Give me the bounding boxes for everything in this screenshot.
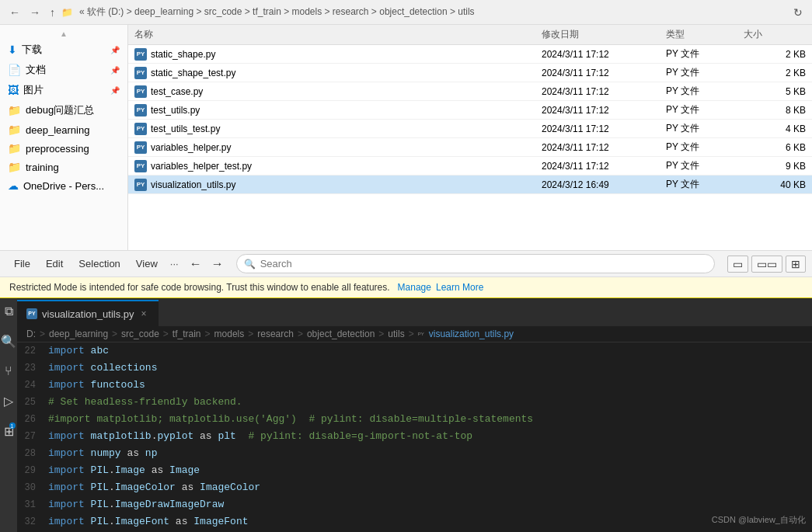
line-content: import collections	[48, 360, 157, 377]
file-type: PY 文件	[666, 159, 744, 172]
file-modified: 2024/3/11 17:12	[542, 161, 666, 172]
up-button[interactable]: ↑	[47, 5, 58, 20]
extensions-badge: 1	[9, 422, 16, 429]
code-line: 32import PIL.ImageFont as ImageFont	[17, 513, 812, 530]
file-name: visualization_utils.py	[151, 179, 235, 190]
sidebar-item-images[interactable]: 🖼 图片 📌	[0, 80, 127, 100]
search-input[interactable]	[236, 254, 715, 273]
file-row[interactable]: PY test_case.py 2024/3/11 17:12 PY 文件 5 …	[128, 82, 812, 101]
file-name-cell: PY static_shape_test.py	[134, 67, 542, 79]
main-layout: ⧉ 🔍 ⑂ ▷ ⊞ 1 PY visualization_utils.py × …	[0, 298, 812, 532]
file-name-cell: PY variables_helper_test.py	[134, 160, 542, 172]
file-modified: 2024/3/11 17:12	[542, 49, 666, 60]
file-size: 40 KB	[744, 179, 806, 190]
file-row[interactable]: PY visualization_utils.py 2024/3/12 16:4…	[128, 176, 812, 194]
debug-folder-icon: 📁	[8, 104, 21, 116]
menu-file[interactable]: File	[6, 255, 38, 273]
sidebar-item-download[interactable]: ⬇ 下载 📌	[0, 40, 127, 60]
code-editor[interactable]: 22import abc23import collections24import…	[17, 342, 812, 532]
source-control-activity-icon[interactable]: ⑂	[2, 361, 16, 381]
sidebar-item-debug[interactable]: 📁 debug问题汇总	[0, 100, 127, 120]
learn-more-link[interactable]: Learn More	[436, 282, 483, 293]
menu-edit[interactable]: Edit	[38, 255, 71, 273]
file-list-area: 名称 修改日期 类型 大小 PY static_shape.py 2024/3/…	[128, 25, 812, 250]
code-line: 23import collections	[17, 360, 812, 377]
file-row[interactable]: PY static_shape_test.py 2024/3/11 17:12 …	[128, 64, 812, 82]
file-name-cell: PY visualization_utils.py	[134, 179, 542, 191]
vscode-main: File Edit Selection View ··· ← → 🔍 ▭ ▭▭ …	[0, 251, 812, 532]
col-modified: 修改日期	[542, 28, 666, 41]
line-number: 28	[17, 445, 48, 462]
sidebar-item-training[interactable]: 📁 training	[0, 158, 127, 176]
bc-sep6: >	[298, 329, 303, 339]
file-type: PY 文件	[666, 178, 744, 191]
code-line: 29import PIL.Image as Image	[17, 462, 812, 479]
editor-back-button[interactable]: ←	[186, 256, 205, 273]
py-file-icon: PY	[134, 48, 147, 61]
bc-research: research	[257, 329, 294, 339]
tab-close-button[interactable]: ×	[139, 307, 149, 321]
menu-more[interactable]: ···	[166, 255, 183, 273]
sidebar-nav: ▲ ⬇ 下载 📌 📄 文档 📌 🖼 图片 📌 📁 debug问题汇总	[0, 25, 128, 250]
sidebar-item-preprocessing[interactable]: 📁 preprocessing	[0, 139, 127, 158]
editor-forward-button[interactable]: →	[208, 256, 227, 273]
download-icon: ⬇	[8, 43, 17, 56]
file-name: test_utils.py	[151, 105, 200, 116]
file-row[interactable]: PY test_utils.py 2024/3/11 17:12 PY 文件 8…	[128, 101, 812, 120]
py-file-icon: PY	[134, 141, 147, 154]
line-number: 29	[17, 462, 48, 479]
file-modified: 2024/3/11 17:12	[542, 105, 666, 116]
file-name: test_utils_test.py	[151, 123, 220, 134]
pin-icon: 📌	[110, 46, 120, 54]
breadcrumb-bar: D: > deep_learning > src_code > tf_train…	[17, 326, 812, 342]
code-line: 30import PIL.ImageColor as ImageColor	[17, 479, 812, 496]
search-icon: 🔍	[244, 259, 256, 269]
line-content: import abc	[48, 342, 109, 360]
forward-button[interactable]: →	[26, 5, 44, 20]
code-line: 26#import matplotlib; matplotlib.use('Ag…	[17, 411, 812, 428]
line-number: 26	[17, 411, 48, 428]
layout-grid-icon[interactable]: ⊞	[786, 256, 806, 273]
file-row[interactable]: PY variables_helper.py 2024/3/11 17:12 P…	[128, 138, 812, 157]
file-modified: 2024/3/11 17:12	[542, 142, 666, 153]
py-file-icon: PY	[134, 179, 147, 191]
explorer-activity-icon[interactable]: ⧉	[2, 301, 16, 322]
sidebar-item-deeplearning[interactable]: 📁 deep_learning	[0, 120, 127, 139]
menu-selection[interactable]: Selection	[71, 255, 127, 273]
layout-split-icon[interactable]: ▭▭	[751, 256, 782, 273]
back-button[interactable]: ←	[6, 5, 23, 20]
editor-tab-visualization-utils[interactable]: PY visualization_utils.py ×	[17, 300, 159, 326]
code-line: 27import matplotlib.pyplot as plt # pyli…	[17, 428, 812, 445]
docs-icon: 📄	[8, 64, 21, 76]
images-icon: 🖼	[8, 84, 19, 96]
sidebar-item-onedrive[interactable]: ☁ OneDrive - Pers...	[0, 176, 127, 195]
line-content: #import matplotlib; matplotlib.use('Agg'…	[48, 411, 533, 428]
file-size: 6 KB	[744, 142, 806, 153]
file-row[interactable]: PY static_shape.py 2024/3/11 17:12 PY 文件…	[128, 45, 812, 64]
sidebar-label-debug: debug问题汇总	[26, 103, 94, 117]
run-activity-icon[interactable]: ▷	[1, 391, 16, 412]
line-content: import PIL.ImageColor as ImageColor	[48, 479, 260, 496]
layout-single-icon[interactable]: ▭	[727, 256, 748, 273]
manage-link[interactable]: Manage	[398, 282, 431, 293]
file-type: PY 文件	[666, 103, 744, 116]
file-rows-container: PY static_shape.py 2024/3/11 17:12 PY 文件…	[128, 45, 812, 194]
bc-sep1: >	[40, 329, 45, 339]
extensions-activity-icon[interactable]: ⊞ 1	[1, 421, 17, 442]
bc-sep7: >	[378, 329, 384, 339]
bc-sep4: >	[205, 329, 211, 339]
menu-view[interactable]: View	[128, 255, 166, 273]
preprocessing-folder-icon: 📁	[8, 142, 21, 155]
py-file-icon: PY	[134, 85, 147, 98]
bc-sep3: >	[163, 329, 169, 339]
file-name-cell: PY variables_helper.py	[134, 141, 542, 154]
sidebar-label-deeplearning: deep_learning	[26, 124, 89, 136]
refresh-button[interactable]: ↻	[790, 5, 806, 20]
file-row[interactable]: PY variables_helper_test.py 2024/3/11 17…	[128, 157, 812, 176]
editor-area: PY visualization_utils.py × D: > deep_le…	[17, 298, 812, 532]
line-content: import functools	[48, 377, 145, 394]
sidebar-item-docs[interactable]: 📄 文档 📌	[0, 60, 127, 80]
sidebar-label-images: 图片	[23, 83, 44, 97]
file-row[interactable]: PY test_utils_test.py 2024/3/11 17:12 PY…	[128, 120, 812, 138]
file-size: 8 KB	[744, 105, 806, 116]
